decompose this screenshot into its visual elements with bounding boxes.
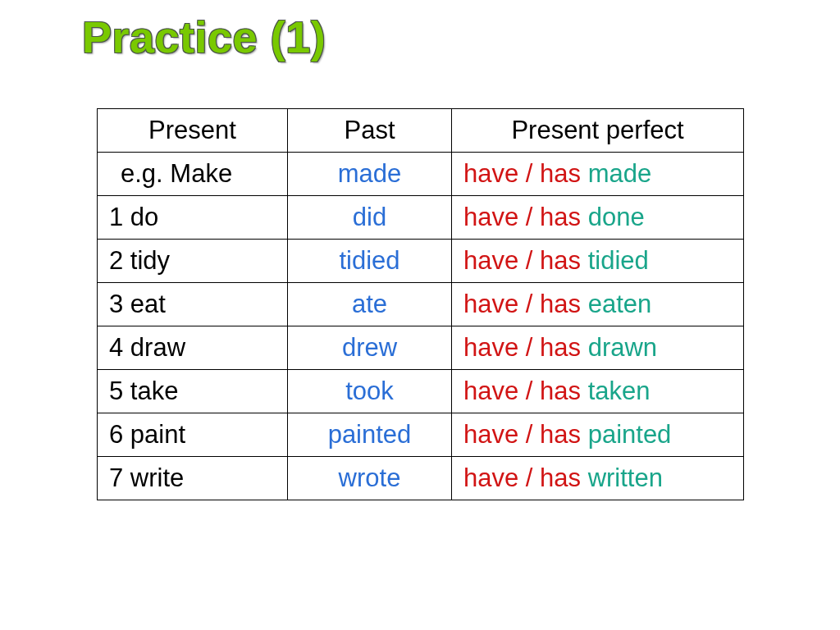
table-row: 1 do did have / has done [98,196,744,240]
participle-text: painted [588,420,672,449]
participle-text: taken [588,377,651,405]
aux-text: have / has [463,159,588,188]
cell-present-perfect: have / has painted [452,413,744,457]
cell-past: tidied [288,240,452,283]
cell-past: painted [288,413,452,457]
table-row: 4 draw drew have / has drawn [98,326,744,370]
aux-text: have / has [463,333,588,362]
cell-present: 5 take [98,370,288,413]
cell-present: 3 eat [98,283,288,326]
table-row: 2 tidy tidied have / has tidied [98,240,744,283]
cell-present: e.g. Make [98,153,288,196]
aux-text: have / has [463,290,588,318]
aux-text: have / has [463,463,588,492]
aux-text: have / has [463,420,588,449]
cell-present: 4 draw [98,326,288,370]
cell-present: 2 tidy [98,240,288,283]
cell-present-perfect: have / has drawn [452,326,744,370]
table-header-row: Present Past Present perfect [98,109,744,153]
cell-past: took [288,370,452,413]
table-row: e.g. Make made have / has made [98,153,744,196]
cell-past: ate [288,283,452,326]
cell-present-perfect: have / has tidied [452,240,744,283]
page-title: Practice (1) [82,11,326,62]
participle-text: made [588,159,652,188]
verb-table: Present Past Present perfect e.g. Make m… [97,108,744,500]
cell-past: did [288,196,452,240]
header-past: Past [288,109,452,153]
table-row: 3 eat ate have / has eaten [98,283,744,326]
cell-present-perfect: have / has made [452,153,744,196]
cell-present: 6 paint [98,413,288,457]
aux-text: have / has [463,377,588,405]
participle-text: drawn [588,333,657,362]
slide: Practice (1) Present Past Present perfec… [0,0,840,630]
cell-present-perfect: have / has done [452,196,744,240]
cell-present: 1 do [98,196,288,240]
participle-text: tidied [588,246,649,275]
cell-present-perfect: have / has taken [452,370,744,413]
participle-text: written [588,463,663,492]
aux-text: have / has [463,203,588,231]
header-present: Present [98,109,288,153]
participle-text: done [588,203,645,231]
cell-past: wrote [288,457,452,500]
cell-past: made [288,153,452,196]
cell-present: 7 write [98,457,288,500]
aux-text: have / has [463,246,588,275]
table-row: 6 paint painted have / has painted [98,413,744,457]
cell-present-perfect: have / has eaten [452,283,744,326]
table-row: 5 take took have / has taken [98,370,744,413]
table-row: 7 write wrote have / has written [98,457,744,500]
cell-past: drew [288,326,452,370]
participle-text: eaten [588,290,652,318]
header-present-perfect: Present perfect [452,109,744,153]
cell-present-perfect: have / has written [452,457,744,500]
